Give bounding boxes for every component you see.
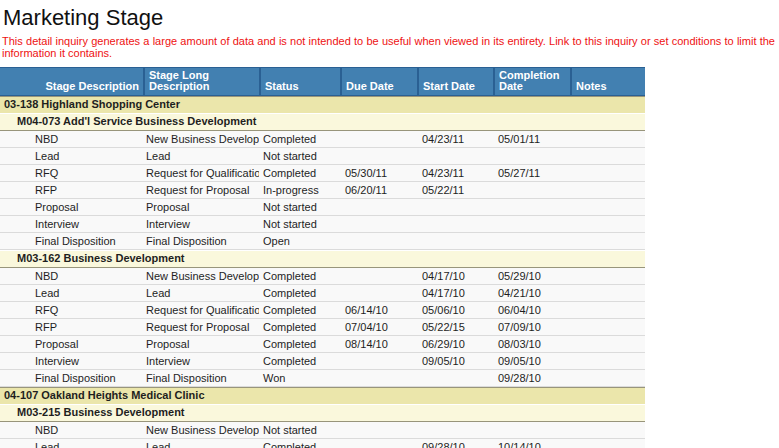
cell-due-date	[340, 216, 417, 232]
cell-completion-date: 09/28/10	[493, 370, 570, 386]
cell-notes	[570, 199, 645, 215]
table-row: Final DispositionFinal DispositionOpen	[0, 233, 645, 250]
cell-status: Not started	[259, 216, 340, 232]
cell-status: Won	[259, 370, 340, 386]
cell-due-date: 06/20/11	[340, 182, 417, 198]
cell-stage-description: Lead	[0, 285, 143, 301]
cell-status: Completed	[259, 439, 340, 448]
cell-status: Not started	[259, 199, 340, 215]
cell-notes	[570, 268, 645, 284]
cell-start-date: 04/23/11	[417, 165, 493, 181]
cell-stage-description: Proposal	[0, 336, 143, 352]
cell-status: In-progress	[259, 182, 340, 198]
cell-start-date: 09/05/10	[417, 353, 493, 369]
table-row: NBDNew Business DevelopmNot started	[0, 422, 645, 439]
table-row: Final DispositionFinal DispositionWon09/…	[0, 370, 645, 387]
cell-stage-long-description: Final Disposition	[143, 370, 259, 386]
column-header-status: Status	[259, 68, 340, 95]
table-row: RFPRequest for ProposalCompleted07/04/10…	[0, 319, 645, 336]
cell-stage-long-description: Lead	[143, 148, 259, 164]
cell-completion-date	[493, 148, 570, 164]
cell-stage-long-description: Proposal	[143, 199, 259, 215]
cell-stage-description: NBD	[0, 422, 143, 438]
cell-completion-date: 09/05/10	[493, 353, 570, 369]
cell-notes	[570, 439, 645, 448]
cell-stage-long-description: Lead	[143, 285, 259, 301]
cell-completion-date: 05/29/10	[493, 268, 570, 284]
warning-text: This detail inquiry generates a large am…	[2, 35, 775, 59]
table-row: ProposalProposalCompleted08/14/1006/29/1…	[0, 336, 645, 353]
cell-due-date: 05/30/11	[340, 165, 417, 181]
cell-status: Completed	[259, 319, 340, 335]
cell-completion-date	[493, 422, 570, 438]
cell-status: Not started	[259, 422, 340, 438]
cell-completion-date: 08/03/10	[493, 336, 570, 352]
cell-status: Open	[259, 233, 340, 249]
marketing-stage-table: Stage DescriptionStage Long DescriptionS…	[0, 67, 645, 448]
cell-completion-date	[493, 182, 570, 198]
report-page: Marketing Stage This detail inquiry gene…	[0, 5, 779, 448]
column-header-stage-description: Stage Description	[0, 68, 143, 95]
group-row-project: 04-107 Oakland Heights Medical Clinic	[0, 387, 645, 404]
table-body: 03-138 Highland Shopping CenterM04-073 A…	[0, 96, 645, 448]
cell-start-date: 06/29/10	[417, 336, 493, 352]
cell-stage-description: NBD	[0, 131, 143, 147]
cell-stage-long-description: New Business Developm	[143, 131, 259, 147]
cell-notes	[570, 302, 645, 318]
cell-due-date	[340, 131, 417, 147]
cell-due-date	[340, 353, 417, 369]
cell-stage-long-description: Lead	[143, 439, 259, 448]
cell-notes	[570, 165, 645, 181]
cell-completion-date: 05/01/11	[493, 131, 570, 147]
cell-completion-date: 10/14/10	[493, 439, 570, 448]
cell-stage-description: RFQ	[0, 302, 143, 318]
table-row: LeadLeadNot started	[0, 148, 645, 165]
cell-start-date	[417, 422, 493, 438]
cell-stage-long-description: Proposal	[143, 336, 259, 352]
cell-stage-description: RFP	[0, 319, 143, 335]
cell-due-date: 08/14/10	[340, 336, 417, 352]
table-row: ProposalProposalNot started	[0, 199, 645, 216]
cell-stage-description: Interview	[0, 216, 143, 232]
cell-due-date	[340, 268, 417, 284]
cell-status: Not started	[259, 148, 340, 164]
table-row: RFQRequest for QualificationCompleted06/…	[0, 302, 645, 319]
column-header-start-date: Start Date	[417, 68, 493, 95]
cell-start-date	[417, 370, 493, 386]
cell-notes	[570, 233, 645, 249]
cell-due-date	[340, 370, 417, 386]
cell-due-date	[340, 233, 417, 249]
cell-due-date	[340, 285, 417, 301]
cell-stage-description: RFQ	[0, 165, 143, 181]
cell-completion-date: 07/09/10	[493, 319, 570, 335]
cell-status: Completed	[259, 131, 340, 147]
table-row: LeadLeadCompleted09/28/1010/14/10	[0, 439, 645, 448]
table-row: InterviewInterviewNot started	[0, 216, 645, 233]
subgroup-row-opportunity: M03-162 Business Development	[0, 251, 645, 268]
column-header-completion-date: Completion Date	[493, 68, 570, 95]
group-label: 03-138 Highland Shopping Center	[4, 97, 180, 113]
cell-stage-description: RFP	[0, 182, 143, 198]
cell-notes	[570, 131, 645, 147]
cell-stage-description: NBD	[0, 268, 143, 284]
cell-stage-description: Lead	[0, 439, 143, 448]
cell-stage-long-description: Interview	[143, 216, 259, 232]
cell-start-date	[417, 216, 493, 232]
cell-start-date: 04/17/10	[417, 268, 493, 284]
table-row: InterviewInterviewCompleted09/05/1009/05…	[0, 353, 645, 370]
table-row: NBDNew Business DevelopmCompleted04/23/1…	[0, 131, 645, 148]
cell-notes	[570, 353, 645, 369]
cell-stage-long-description: Request for Proposal	[143, 182, 259, 198]
column-header-due-date: Due Date	[340, 68, 417, 95]
cell-status: Completed	[259, 302, 340, 318]
cell-stage-description: Lead	[0, 148, 143, 164]
cell-start-date: 05/06/10	[417, 302, 493, 318]
cell-due-date: 07/04/10	[340, 319, 417, 335]
cell-notes	[570, 216, 645, 232]
subgroup-label: M04-073 Add'l Service Business Developme…	[17, 114, 256, 130]
page-title: Marketing Stage	[3, 5, 779, 31]
cell-stage-long-description: Request for Qualification	[143, 302, 259, 318]
table-row: NBDNew Business DevelopmCompleted04/17/1…	[0, 268, 645, 285]
cell-stage-long-description: New Business Developm	[143, 422, 259, 438]
cell-start-date: 04/23/11	[417, 131, 493, 147]
